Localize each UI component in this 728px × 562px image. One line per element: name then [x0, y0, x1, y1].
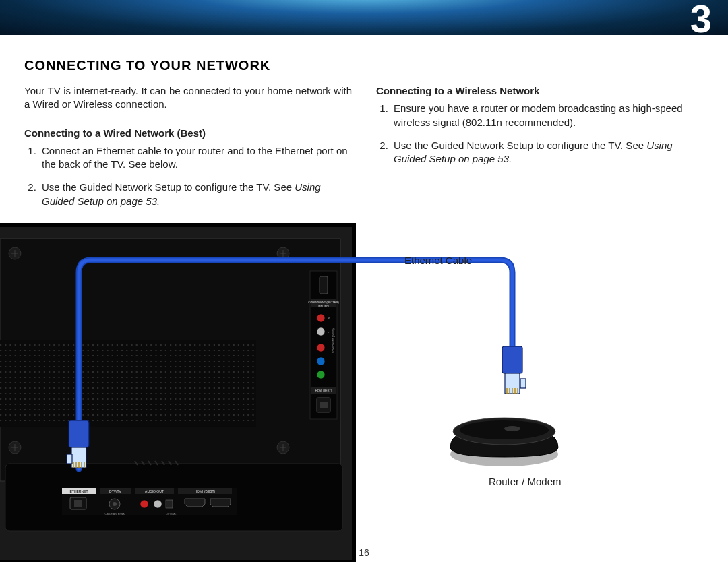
- svg-rect-73: [67, 454, 72, 464]
- svg-rect-57: [178, 488, 232, 494]
- svg-point-5: [277, 247, 289, 259]
- chapter-number: 3: [690, 0, 712, 41]
- svg-rect-56: [135, 488, 174, 494]
- svg-point-2: [9, 247, 21, 259]
- svg-point-70: [504, 426, 520, 431]
- tv-back-panel: COMPONENT (BETTER) (BETTER) R L COMPONEN…: [0, 225, 354, 562]
- right-column: Connecting to a Wireless Network Ensure …: [376, 84, 704, 218]
- svg-rect-1: [0, 239, 340, 481]
- page-number: 16: [0, 547, 728, 558]
- vent-grille: [0, 340, 256, 427]
- svg-point-11: [277, 441, 289, 454]
- svg-line-51: [169, 461, 171, 465]
- svg-point-68: [453, 418, 555, 445]
- svg-text:CABLE/ANTENNA: CABLE/ANTENNA: [104, 513, 125, 516]
- svg-point-62: [140, 500, 148, 508]
- svg-rect-72: [71, 447, 86, 468]
- svg-point-61: [113, 502, 117, 506]
- svg-rect-71: [69, 420, 89, 447]
- svg-rect-80: [505, 373, 520, 394]
- svg-rect-43: [317, 398, 330, 412]
- wired-step-2-text: Use the Guided Network Setup to configur…: [42, 181, 295, 193]
- ethernet-cable-label: Ethernet Cable: [404, 255, 472, 266]
- rj45-connector-router-side: [502, 346, 526, 394]
- router-modem-label: Router / Modem: [489, 476, 562, 487]
- svg-rect-32: [311, 299, 336, 307]
- dtv-port-label: DTV/TV: [109, 489, 121, 493]
- svg-rect-54: [62, 488, 96, 494]
- svg-rect-64: [166, 500, 173, 508]
- svg-point-8: [9, 441, 21, 454]
- svg-text:OPTICAL: OPTICAL: [166, 513, 177, 516]
- intro-paragraph: Your TV is internet-ready. It can be con…: [24, 84, 352, 112]
- side-port-column: COMPONENT (BETTER) (BETTER) R L COMPONEN…: [308, 271, 339, 419]
- svg-point-63: [154, 500, 162, 508]
- audio-out-port-label: AUDIO OUT: [145, 489, 164, 493]
- svg-point-36: [317, 344, 325, 352]
- connection-diagram: COMPONENT (BETTER) (BETTER) R L COMPONEN…: [0, 218, 728, 562]
- svg-rect-42: [311, 387, 336, 394]
- wireless-steps-list: Ensure you have a router or modem broadc…: [376, 102, 704, 166]
- wired-subheading: Connecting to a Wired Network (Best): [24, 127, 352, 140]
- svg-rect-45: [5, 464, 342, 531]
- svg-point-60: [109, 499, 120, 509]
- svg-point-35: [317, 327, 325, 336]
- svg-line-48: [148, 461, 151, 465]
- svg-text:(BETTER): (BETTER): [318, 305, 329, 307]
- svg-rect-79: [502, 346, 522, 373]
- page-content: CONNECTING TO YOUR NETWORK Your TV is in…: [0, 35, 728, 218]
- ethernet-cable: [79, 260, 512, 469]
- svg-text:COMPONENT (GOOD): COMPONENT (GOOD): [332, 328, 335, 353]
- svg-rect-58: [70, 497, 86, 509]
- svg-text:L: L: [328, 330, 330, 334]
- svg-line-47: [142, 461, 144, 465]
- svg-rect-31: [320, 276, 328, 294]
- svg-line-52: [175, 461, 178, 465]
- svg-rect-30: [310, 271, 337, 419]
- svg-line-50: [162, 461, 164, 465]
- rj45-connector-tv-side: [67, 420, 89, 468]
- component-port-label: COMPONENT (BETTER): [308, 301, 339, 304]
- two-column-layout: Your TV is internet-ready. It can be con…: [24, 84, 704, 218]
- ethernet-port-label: ETHERNET: [70, 489, 88, 493]
- wired-steps-list: Connect an Ethernet cable to your router…: [24, 144, 352, 208]
- svg-rect-44: [320, 402, 328, 408]
- hdmi-bottom-label: HDMI (BEST): [195, 489, 216, 493]
- wireless-step-2-text: Use the Guided Network Setup to configur…: [394, 139, 646, 151]
- svg-point-37: [317, 357, 325, 365]
- svg-line-49: [155, 461, 158, 465]
- svg-point-38: [317, 371, 325, 379]
- svg-rect-55: [100, 488, 131, 494]
- svg-point-67: [450, 442, 558, 466]
- bottom-port-row: ETHERNET DTV/TV AUDIO OUT HDMI (BEST) CA…: [62, 488, 237, 516]
- chapter-header-band: 3: [0, 0, 728, 35]
- wireless-subheading: Connecting to a Wireless Network: [376, 84, 704, 98]
- wireless-step-2: Use the Guided Network Setup to configur…: [391, 139, 704, 166]
- svg-point-34: [317, 314, 325, 322]
- svg-rect-14: [0, 340, 256, 427]
- wireless-step-1: Ensure you have a router or modem broadc…: [391, 102, 704, 129]
- page-title: CONNECTING TO YOUR NETWORK: [24, 58, 704, 73]
- svg-text:R: R: [328, 317, 330, 320]
- svg-rect-53: [62, 488, 237, 515]
- hdmi-side-label: HDMI (BEST): [315, 389, 332, 392]
- svg-line-46: [135, 461, 138, 465]
- svg-rect-59: [74, 500, 82, 507]
- left-column: Your TV is internet-ready. It can be con…: [24, 84, 352, 218]
- svg-rect-81: [520, 379, 526, 388]
- svg-point-69: [460, 420, 549, 439]
- svg-rect-0: [0, 225, 354, 562]
- router-modem: [450, 418, 558, 466]
- wired-step-2: Use the Guided Network Setup to configur…: [39, 181, 352, 208]
- wired-step-1: Connect an Ethernet cable to your router…: [39, 144, 352, 172]
